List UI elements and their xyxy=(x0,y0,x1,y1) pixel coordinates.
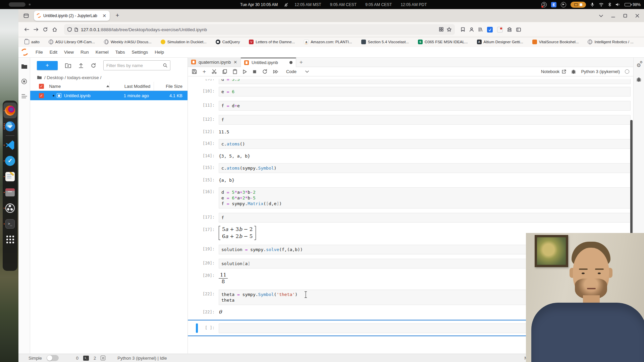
extensions-puzzle-icon[interactable] xyxy=(507,27,512,32)
document-tab[interactable]: Untitled.ipynb xyxy=(241,58,296,67)
file-checkbox[interactable]: ✓ xyxy=(39,93,44,98)
bookmark-item[interactable]: VLetters of the Damne... xyxy=(249,40,295,44)
code-cell[interactable]: [17]:f xyxy=(188,213,631,223)
copy-cells-icon[interactable] xyxy=(222,69,227,74)
library-icon[interactable] xyxy=(478,27,483,32)
window-minimize-button[interactable] xyxy=(611,14,615,18)
code-cell[interactable]: [9]:d = 5.5 xyxy=(188,79,631,84)
cell-type-dropdown[interactable]: Code xyxy=(286,69,309,74)
tab-overflow-icon[interactable] xyxy=(599,14,603,17)
new-folder-icon[interactable] xyxy=(65,63,71,68)
dock-item-terminal[interactable]: >_ xyxy=(3,216,17,232)
code-cell[interactable]: [12]:f xyxy=(188,115,631,125)
dock-item-notes[interactable] xyxy=(3,169,17,184)
code-cell[interactable]: [10]:e = 6 xyxy=(188,87,631,97)
table-of-contents-tab-icon[interactable] xyxy=(21,94,27,99)
code-cell[interactable]: [15]:c.atoms(sympy.Symbol) xyxy=(188,163,631,173)
upload-icon[interactable] xyxy=(78,63,84,68)
bluetooth-icon[interactable] xyxy=(608,2,611,7)
microphone-icon[interactable] xyxy=(590,2,594,7)
cell-input[interactable]: f = d+e xyxy=(219,101,631,111)
browser-tab[interactable]: Untitled.ipynb (2) - JupyterLab ✕ xyxy=(34,11,110,21)
kernel-chip-icon[interactable] xyxy=(101,356,105,360)
dock-item-show-apps[interactable] xyxy=(3,232,17,247)
terminal-status-icon[interactable]: $_ xyxy=(83,356,89,361)
run-all-icon[interactable] xyxy=(273,70,278,74)
menu-item-tabs[interactable]: Tabs xyxy=(112,50,128,55)
select-all-checkbox[interactable]: ✓ xyxy=(39,84,44,89)
bookmark-item[interactable]: aAmazon.com: PLANTI... xyxy=(304,40,352,44)
battery-indicator[interactable]: 98% xyxy=(625,2,641,7)
debugger-bug-icon[interactable] xyxy=(571,69,576,74)
extension-icon-badge[interactable] xyxy=(497,27,503,33)
property-inspector-gears-icon[interactable]: ⚙⚙ xyxy=(637,62,641,68)
code-cell[interactable]: [11]:f = d+e xyxy=(188,101,631,111)
bookmark-item[interactable]: Weekly /r/ASU Discus... xyxy=(104,40,152,44)
bluetooth-device-icon[interactable] xyxy=(551,2,556,7)
page-info-icon[interactable] xyxy=(74,27,78,32)
bookmark-star-icon[interactable] xyxy=(447,27,451,32)
running-kernels-tab-icon[interactable] xyxy=(21,78,27,84)
containers-grid-icon[interactable] xyxy=(439,27,443,32)
interrupt-kernel-icon[interactable] xyxy=(253,70,257,74)
run-cell-icon[interactable] xyxy=(243,69,247,74)
screen-record-indicator[interactable] xyxy=(571,2,586,8)
menu-item-kernel[interactable]: Kernel xyxy=(92,50,112,55)
code-cell[interactable]: [14]:c.atoms() xyxy=(188,139,631,149)
kernel-status-icon[interactable] xyxy=(625,69,629,74)
code-cell[interactable]: [16]:d = 5*a+3*b-2 e = 6*a+2*b-5 f = sym… xyxy=(188,187,631,208)
pocket-save-icon[interactable] xyxy=(461,27,465,32)
dock-item-thunderbird[interactable] xyxy=(3,118,17,134)
bookmark-item[interactable]: SO365 FSE MSN IDEAL... xyxy=(418,40,468,44)
reload-button[interactable] xyxy=(41,25,50,34)
home-button[interactable] xyxy=(50,25,59,34)
add-cell-icon[interactable]: + xyxy=(203,68,206,75)
tab-close-icon[interactable]: ✕ xyxy=(102,13,107,18)
shield-icon[interactable] xyxy=(67,27,72,32)
close-tab-icon[interactable]: ✕ xyxy=(233,60,237,65)
sidebar-toggle-icon[interactable] xyxy=(516,27,521,32)
activities-pill[interactable] xyxy=(9,2,25,7)
cell-collapser-bar[interactable] xyxy=(196,323,198,333)
obs-tray-icon[interactable] xyxy=(541,2,547,7)
cut-cells-icon[interactable] xyxy=(212,69,217,74)
file-browser-tab-icon[interactable] xyxy=(21,64,28,69)
menu-item-settings[interactable]: Settings xyxy=(128,50,151,55)
back-button[interactable] xyxy=(22,25,31,34)
volume-icon[interactable] xyxy=(615,2,620,7)
filter-files-input[interactable] xyxy=(103,60,170,70)
account-icon[interactable] xyxy=(469,27,474,32)
cell-input[interactable]: c.atoms(sympy.Symbol) xyxy=(219,163,631,173)
bookmark-item[interactable]: ASU Library Off-Cam... xyxy=(49,40,95,44)
kernel-name-label[interactable]: Python 3 (ipykernel) xyxy=(581,69,620,74)
refresh-icon[interactable] xyxy=(91,63,96,68)
new-tab-button[interactable]: + xyxy=(113,11,122,20)
breadcrumb[interactable]: / Desktop / todays-exercise / xyxy=(30,73,187,82)
menu-item-help[interactable]: Help xyxy=(151,50,167,55)
bookmark-item[interactable]: Intelligent Robotics / ... xyxy=(588,40,633,44)
restart-kernel-icon[interactable] xyxy=(262,69,267,74)
url-bar[interactable]: 127.0.0.1:8888/lab/tree/Desktop/todays-e… xyxy=(64,24,455,35)
forward-button[interactable] xyxy=(31,25,41,34)
firefox-view-icon[interactable] xyxy=(22,11,31,20)
system-clock[interactable]: Tue Apr 30 10:05 AM xyxy=(240,2,278,7)
cell-input[interactable]: f xyxy=(219,213,631,223)
menu-item-view[interactable]: View xyxy=(61,50,77,55)
wifi-icon[interactable] xyxy=(599,2,604,7)
bookmark-item[interactable]: Section 5.4 Viscoelast... xyxy=(361,40,409,44)
file-row[interactable]: ✓Untitled.ipynb1 minute ago4.1 KB xyxy=(30,91,187,100)
new-launcher-button[interactable]: + xyxy=(37,61,58,70)
dock-item-files[interactable] xyxy=(3,184,17,200)
cell-input[interactable]: e = 6 xyxy=(219,87,631,97)
dock-item-vscode[interactable] xyxy=(3,137,17,153)
window-close-button[interactable] xyxy=(635,14,639,18)
menu-item-edit[interactable]: Edit xyxy=(46,50,61,55)
simple-mode-toggle[interactable] xyxy=(47,355,59,361)
extension-icon-blue[interactable] xyxy=(487,27,493,33)
file-list-header[interactable]: ✓ Name Last Modified File Size xyxy=(30,82,187,91)
menu-item-run[interactable]: Run xyxy=(77,50,92,55)
bookmark-item[interactable]: VitalSource Bookshel... xyxy=(532,40,579,44)
save-icon[interactable] xyxy=(192,69,197,74)
window-maximize-button[interactable] xyxy=(623,14,627,18)
dock-item-obs-studio[interactable] xyxy=(3,200,17,216)
